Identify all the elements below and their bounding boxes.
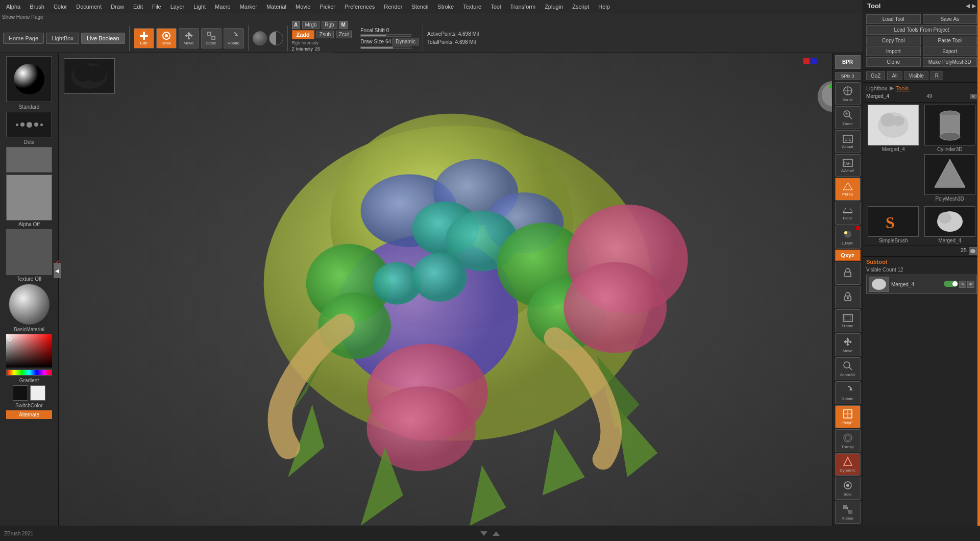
menu-layer[interactable]: Layer	[166, 3, 189, 11]
visible-btn[interactable]: Visible	[904, 71, 928, 80]
aahalf-btn[interactable]: AAH AAHalf	[835, 154, 861, 177]
brush-preview[interactable]	[6, 56, 52, 102]
spix-btn[interactable]: SPix 3	[835, 72, 861, 80]
floor-btn[interactable]: Floor	[835, 202, 861, 225]
menu-light[interactable]: Light	[189, 3, 210, 11]
color-swatch-white[interactable]	[30, 385, 45, 401]
goz-btn[interactable]: GoZ	[866, 71, 885, 80]
rotate-vert-btn[interactable]: Rotate	[835, 381, 861, 404]
rgb-btn[interactable]: Rgb	[322, 21, 337, 29]
menu-tool[interactable]: Tool	[486, 3, 505, 11]
actual-btn[interactable]: 1:1 Actual	[835, 130, 861, 153]
dynamic-btn[interactable]: Dynamic	[393, 38, 419, 45]
menu-marker[interactable]: Marker	[236, 3, 261, 11]
menu-movie[interactable]: Movie	[291, 3, 314, 11]
menu-texture[interactable]: Texture	[459, 3, 485, 11]
menu-file[interactable]: File	[148, 3, 165, 11]
subtool-toggle[interactable]	[944, 281, 958, 287]
zsub-btn[interactable]: Zsub	[316, 31, 334, 38]
menu-alpha[interactable]: Alpha	[2, 3, 24, 11]
show-home-page-label[interactable]: Show Home Page	[2, 14, 43, 20]
subtool-icon-eye[interactable]: 👁	[967, 281, 974, 288]
draw-btn[interactable]: Draw	[156, 28, 177, 48]
tools-label[interactable]: Tools	[896, 85, 909, 91]
all-btn[interactable]: All	[887, 71, 902, 80]
dynamic-btn-vert[interactable]: Dynamic	[835, 453, 861, 476]
scroll-btn[interactable]: Scroll	[835, 82, 861, 105]
menu-preferences[interactable]: Preferences	[340, 3, 379, 11]
lightbox-btn[interactable]: LightBox	[46, 33, 79, 44]
move-vert-btn[interactable]: Move	[835, 333, 861, 356]
home-page-btn[interactable]: Home Page	[3, 33, 44, 44]
color-swatch-black[interactable]	[13, 385, 28, 401]
move-btn[interactable]: Move	[179, 28, 199, 48]
ldym-btn[interactable]: L.Dym	[835, 226, 861, 249]
solo-btn[interactable]: Solo	[835, 477, 861, 500]
zcut-btn[interactable]: Zcut	[336, 31, 352, 38]
menu-color[interactable]: Color	[50, 3, 71, 11]
edit-btn[interactable]: Edit	[134, 28, 154, 48]
load-from-project-btn[interactable]: Load Tools From Project	[866, 25, 977, 35]
menu-render[interactable]: Render	[380, 3, 406, 11]
color-picker[interactable]	[6, 334, 52, 367]
menu-transform[interactable]: Transform	[506, 3, 540, 11]
scale-btn[interactable]: Scale	[201, 28, 222, 48]
zadd-btn[interactable]: Zadd	[292, 30, 314, 39]
canvas-area[interactable]	[59, 53, 863, 526]
dots-preview[interactable]	[6, 112, 52, 137]
material-sphere[interactable]	[9, 284, 50, 325]
menu-stencil[interactable]: Stencil	[407, 3, 432, 11]
menu-brush[interactable]: Brush	[26, 3, 48, 11]
lightbox-label[interactable]: Lightbox	[866, 85, 888, 91]
qxyz-btn[interactable]: Qxyz	[835, 250, 861, 261]
tool-simplebrush[interactable]: S SimpleBrush	[866, 206, 921, 243]
mrgb-btn[interactable]: Mrgb	[302, 21, 320, 29]
lock-btn1[interactable]	[835, 262, 861, 285]
tool-merged4-2[interactable]: Merged_4	[923, 206, 977, 243]
menu-zscript[interactable]: Zscript	[568, 3, 593, 11]
menu-picker[interactable]: Picker	[315, 3, 339, 11]
menu-material[interactable]: Material	[262, 3, 290, 11]
sphere-icon-2[interactable]	[269, 31, 283, 45]
load-tool-btn[interactable]: Load Tool	[866, 14, 921, 24]
focal-shift-bar[interactable]	[360, 34, 411, 37]
export-btn[interactable]: Export	[923, 46, 977, 56]
scroll-bottom[interactable]	[479, 530, 501, 537]
frame-btn[interactable]: Frame	[835, 309, 861, 332]
alpha-preview[interactable]	[6, 175, 52, 220]
hue-bar[interactable]	[6, 370, 52, 376]
rotate-btn[interactable]: Rotate	[224, 28, 244, 48]
lock-btn2[interactable]	[835, 286, 861, 309]
live-boolean-btn[interactable]: Live Boolean	[81, 33, 125, 44]
tool-cylinder3d[interactable]: Cylinder3D	[923, 105, 977, 152]
make-polymesh3d-btn[interactable]: Make PolyMesh3D	[923, 57, 977, 67]
m-btn[interactable]: M	[339, 21, 348, 29]
gray-swatch[interactable]	[6, 147, 52, 173]
draw-size-bar[interactable]	[360, 46, 411, 49]
sidebar-expand-arrow[interactable]: ▶	[972, 3, 976, 9]
menu-macro[interactable]: Macro	[211, 3, 235, 11]
subtool-icon-pencil[interactable]: ✎	[959, 281, 966, 288]
subtool-item-merged4[interactable]: Merged_4 ✎ 👁	[866, 275, 977, 294]
zoom-btn[interactable]: Zoom	[835, 106, 861, 129]
transp-btn[interactable]: Transp	[835, 429, 861, 452]
a-btn[interactable]: A	[292, 21, 300, 29]
zoom3d-btn[interactable]: Zoom3D	[835, 357, 861, 380]
copy-tool-btn[interactable]: Copy Tool	[866, 36, 921, 45]
tool-merged4-1[interactable]: Merged_4	[866, 105, 921, 152]
save-as-btn[interactable]: Save As	[923, 14, 977, 24]
menu-draw[interactable]: Draw	[107, 3, 128, 11]
small-creature-icon[interactable]	[969, 247, 977, 255]
menu-document[interactable]: Document	[72, 3, 106, 11]
menu-stroke[interactable]: Stroke	[433, 3, 458, 11]
paste-tool-btn[interactable]: Paste Tool	[923, 36, 977, 45]
sphere-icon-1[interactable]	[253, 31, 267, 45]
import-btn[interactable]: Import	[866, 46, 921, 56]
sidebar-collapse-arrow[interactable]: ◀	[966, 3, 970, 9]
menu-edit[interactable]: Edit	[129, 3, 147, 11]
bpr-btn[interactable]: BPR	[835, 55, 861, 69]
texture-preview[interactable]	[6, 229, 52, 275]
left-panel-arrow[interactable]: ◀	[54, 263, 61, 278]
polyf-btn[interactable]: PolyF	[835, 405, 861, 428]
menu-help[interactable]: Help	[594, 3, 614, 11]
